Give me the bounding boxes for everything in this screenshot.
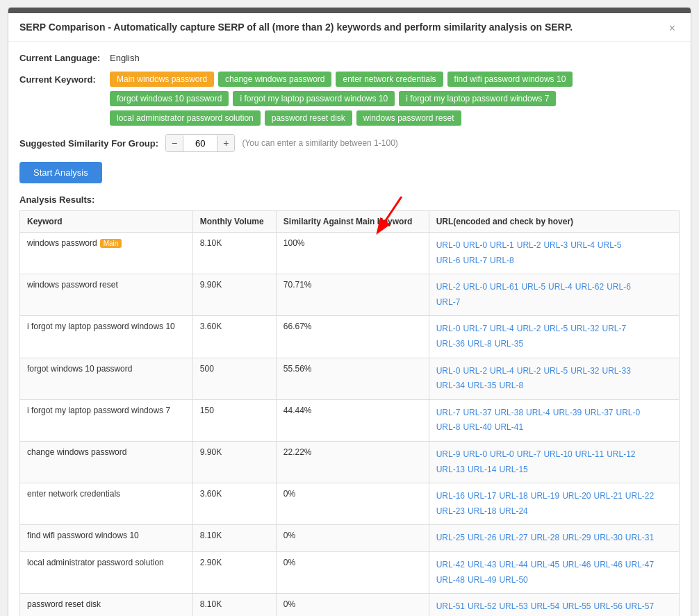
url-link[interactable]: URL-11 [575, 449, 604, 459]
url-link[interactable]: URL-0 [616, 408, 641, 417]
url-link[interactable]: URL-55 [562, 601, 591, 611]
stepper-minus[interactable]: − [166, 135, 183, 151]
url-link[interactable]: URL-47 [625, 560, 654, 569]
url-link[interactable]: URL-21 [593, 491, 622, 501]
url-link[interactable]: URL-29 [562, 533, 591, 542]
url-link[interactable]: URL-35 [495, 339, 523, 349]
url-link[interactable]: URL-2 [517, 240, 541, 250]
url-link[interactable]: URL-52 [468, 601, 496, 611]
url-link[interactable]: URL-31 [625, 533, 654, 542]
url-link[interactable]: URL-0 [436, 324, 461, 333]
url-link[interactable]: URL-5 [543, 324, 568, 333]
url-link[interactable]: URL-45 [531, 560, 559, 569]
url-link[interactable]: URL-5 [598, 240, 622, 250]
url-link[interactable]: URL-0 [490, 449, 514, 459]
url-link[interactable]: URL-36 [436, 339, 465, 349]
url-link[interactable]: URL-41 [495, 422, 523, 432]
url-link[interactable]: URL-28 [531, 533, 559, 542]
url-link[interactable]: URL-18 [499, 491, 527, 501]
url-link[interactable]: URL-42 [436, 560, 465, 569]
url-link[interactable]: URL-27 [499, 533, 527, 542]
url-link[interactable]: URL-56 [593, 601, 622, 611]
url-link[interactable]: URL-35 [468, 381, 496, 390]
url-link[interactable]: URL-0 [436, 366, 461, 376]
url-link[interactable]: URL-53 [499, 601, 527, 611]
url-link[interactable]: URL-4 [526, 408, 550, 417]
url-link[interactable]: URL-37 [584, 408, 613, 417]
url-link[interactable]: URL-8 [490, 256, 514, 265]
url-link[interactable]: URL-6 [436, 256, 461, 265]
url-link[interactable]: URL-20 [562, 491, 591, 501]
url-link[interactable]: URL-15 [499, 465, 527, 474]
url-link[interactable]: URL-9 [436, 449, 461, 459]
table-header: URL(encoded and check by hover) [429, 211, 679, 233]
url-link[interactable]: URL-7 [517, 449, 541, 459]
url-link[interactable]: URL-12 [607, 449, 635, 459]
url-link[interactable]: URL-16 [436, 491, 465, 501]
url-link[interactable]: URL-2 [436, 282, 461, 292]
start-analysis-button[interactable]: Start Analysis [19, 162, 102, 183]
url-link[interactable]: URL-10 [543, 449, 572, 459]
url-link[interactable]: URL-44 [499, 560, 527, 569]
url-link[interactable]: URL-4 [548, 282, 573, 292]
url-link[interactable]: URL-8 [499, 381, 523, 390]
url-link[interactable]: URL-49 [468, 575, 496, 585]
url-link[interactable]: URL-2 [463, 366, 487, 376]
url-link[interactable]: URL-48 [436, 575, 465, 585]
url-link[interactable]: URL-7 [463, 324, 487, 333]
url-link[interactable]: URL-32 [570, 324, 599, 333]
url-link[interactable]: URL-4 [570, 240, 595, 250]
url-link[interactable]: URL-18 [468, 506, 496, 516]
url-link[interactable]: URL-0 [436, 240, 461, 250]
url-link[interactable]: URL-50 [499, 575, 527, 585]
url-link[interactable]: URL-1 [490, 240, 514, 250]
url-link[interactable]: URL-32 [570, 366, 599, 376]
similarity-stepper[interactable]: − + [165, 134, 235, 152]
language-label: Current Language: [19, 50, 110, 63]
url-link[interactable]: URL-0 [463, 240, 487, 250]
url-link[interactable]: URL-13 [436, 465, 465, 474]
url-link[interactable]: URL-43 [468, 560, 496, 569]
url-link[interactable]: URL-7 [436, 408, 461, 417]
url-link[interactable]: URL-38 [495, 408, 523, 417]
url-link[interactable]: URL-25 [436, 533, 465, 542]
url-link[interactable]: URL-51 [436, 601, 465, 611]
url-link[interactable]: URL-6 [607, 282, 631, 292]
url-link[interactable]: URL-39 [553, 408, 582, 417]
url-link[interactable]: URL-5 [521, 282, 545, 292]
url-link[interactable]: URL-30 [593, 533, 622, 542]
url-link[interactable]: URL-7 [602, 324, 626, 333]
stepper-plus[interactable]: + [217, 135, 234, 151]
url-link[interactable]: URL-0 [463, 282, 487, 292]
close-button[interactable]: × [665, 22, 680, 35]
url-link[interactable]: URL-8 [436, 422, 461, 432]
url-link[interactable]: URL-37 [463, 408, 491, 417]
url-link[interactable]: URL-2 [517, 324, 541, 333]
url-link[interactable]: URL-2 [517, 366, 541, 376]
url-link[interactable]: URL-22 [625, 491, 654, 501]
url-link[interactable]: URL-19 [531, 491, 559, 501]
url-link[interactable]: URL-8 [468, 339, 492, 349]
url-link[interactable]: URL-5 [543, 366, 568, 376]
similarity-input[interactable] [183, 135, 217, 151]
url-link[interactable]: URL-23 [436, 506, 465, 516]
url-link[interactable]: URL-3 [543, 240, 568, 250]
url-link[interactable]: URL-0 [463, 449, 487, 459]
url-link[interactable]: URL-40 [463, 422, 491, 432]
url-link[interactable]: URL-46 [593, 560, 622, 569]
url-link[interactable]: URL-54 [531, 601, 559, 611]
url-link[interactable]: URL-34 [436, 381, 465, 390]
url-link[interactable]: URL-57 [625, 601, 654, 611]
url-link[interactable]: URL-24 [499, 506, 527, 516]
url-link[interactable]: URL-46 [562, 560, 591, 569]
url-link[interactable]: URL-7 [436, 297, 461, 307]
url-link[interactable]: URL-7 [463, 256, 487, 265]
url-link[interactable]: URL-62 [575, 282, 604, 292]
url-link[interactable]: URL-17 [468, 491, 496, 501]
url-link[interactable]: URL-14 [468, 465, 496, 474]
url-link[interactable]: URL-4 [490, 324, 514, 333]
url-link[interactable]: URL-4 [490, 366, 514, 376]
url-link[interactable]: URL-33 [602, 366, 630, 376]
url-link[interactable]: URL-26 [468, 533, 496, 542]
url-link[interactable]: URL-61 [490, 282, 518, 292]
